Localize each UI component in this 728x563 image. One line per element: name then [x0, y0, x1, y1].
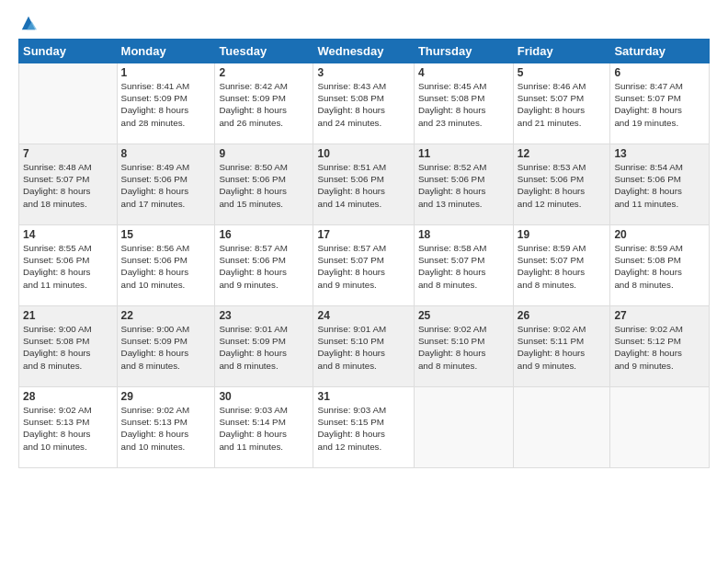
- page: SundayMondayTuesdayWednesdayThursdayFrid…: [0, 0, 728, 563]
- cell-info-text: Sunrise: 8:59 AM Sunset: 5:08 PM Dayligh…: [614, 242, 705, 291]
- logo-text: [18, 15, 37, 31]
- cell-info-text: Sunrise: 8:48 AM Sunset: 5:07 PM Dayligh…: [23, 161, 113, 210]
- cell-date-number: 15: [121, 228, 211, 241]
- cell-info-text: Sunrise: 9:02 AM Sunset: 5:13 PM Dayligh…: [23, 404, 113, 453]
- cell-info-text: Sunrise: 8:57 AM Sunset: 5:06 PM Dayligh…: [219, 242, 309, 291]
- calendar-cell: 12Sunrise: 8:53 AM Sunset: 5:06 PM Dayli…: [513, 144, 610, 225]
- cell-date-number: 8: [121, 147, 211, 160]
- cell-date-number: 26: [518, 309, 607, 322]
- calendar-cell: 29Sunrise: 9:02 AM Sunset: 5:13 PM Dayli…: [117, 387, 215, 468]
- cell-info-text: Sunrise: 8:50 AM Sunset: 5:06 PM Dayligh…: [219, 161, 309, 210]
- calendar-cell: 2Sunrise: 8:42 AM Sunset: 5:09 PM Daylig…: [215, 63, 313, 144]
- weekday-header-saturday: Saturday: [610, 40, 710, 63]
- logo: [18, 15, 37, 28]
- cell-info-text: Sunrise: 8:52 AM Sunset: 5:06 PM Dayligh…: [418, 161, 509, 210]
- calendar-week-3: 14Sunrise: 8:55 AM Sunset: 5:06 PM Dayli…: [19, 225, 710, 306]
- calendar-week-1: 1Sunrise: 8:41 AM Sunset: 5:09 PM Daylig…: [19, 63, 710, 144]
- calendar-cell: 8Sunrise: 8:49 AM Sunset: 5:06 PM Daylig…: [117, 144, 215, 225]
- cell-date-number: 10: [317, 147, 409, 160]
- cell-date-number: 19: [518, 228, 607, 241]
- logo-icon: [20, 15, 37, 31]
- cell-date-number: 9: [219, 147, 309, 160]
- cell-date-number: 21: [23, 309, 113, 322]
- cell-date-number: 27: [614, 309, 705, 322]
- calendar-cell: 20Sunrise: 8:59 AM Sunset: 5:08 PM Dayli…: [610, 225, 710, 306]
- calendar-week-2: 7Sunrise: 8:48 AM Sunset: 5:07 PM Daylig…: [19, 144, 710, 225]
- cell-date-number: 24: [317, 309, 409, 322]
- cell-date-number: 16: [219, 228, 309, 241]
- calendar-cell: 16Sunrise: 8:57 AM Sunset: 5:06 PM Dayli…: [215, 225, 313, 306]
- calendar-cell: 18Sunrise: 8:58 AM Sunset: 5:07 PM Dayli…: [414, 225, 513, 306]
- cell-date-number: 4: [418, 66, 509, 79]
- cell-date-number: 11: [418, 147, 509, 160]
- cell-info-text: Sunrise: 8:51 AM Sunset: 5:06 PM Dayligh…: [317, 161, 409, 210]
- calendar-cell: 7Sunrise: 8:48 AM Sunset: 5:07 PM Daylig…: [19, 144, 118, 225]
- cell-info-text: Sunrise: 8:54 AM Sunset: 5:06 PM Dayligh…: [614, 161, 705, 210]
- cell-info-text: Sunrise: 8:57 AM Sunset: 5:07 PM Dayligh…: [317, 242, 409, 291]
- calendar-cell: 10Sunrise: 8:51 AM Sunset: 5:06 PM Dayli…: [313, 144, 414, 225]
- calendar-cell: 6Sunrise: 8:47 AM Sunset: 5:07 PM Daylig…: [610, 63, 710, 144]
- cell-info-text: Sunrise: 9:02 AM Sunset: 5:13 PM Dayligh…: [121, 404, 211, 453]
- cell-info-text: Sunrise: 9:00 AM Sunset: 5:09 PM Dayligh…: [121, 323, 211, 372]
- calendar-cell: 28Sunrise: 9:02 AM Sunset: 5:13 PM Dayli…: [19, 387, 118, 468]
- cell-date-number: 20: [614, 228, 705, 241]
- cell-info-text: Sunrise: 8:56 AM Sunset: 5:06 PM Dayligh…: [121, 242, 211, 291]
- calendar-cell: 5Sunrise: 8:46 AM Sunset: 5:07 PM Daylig…: [513, 63, 610, 144]
- calendar-cell: [610, 387, 710, 468]
- cell-info-text: Sunrise: 8:43 AM Sunset: 5:08 PM Dayligh…: [317, 80, 409, 129]
- calendar-cell: 25Sunrise: 9:02 AM Sunset: 5:10 PM Dayli…: [414, 306, 513, 387]
- calendar-cell: 21Sunrise: 9:00 AM Sunset: 5:08 PM Dayli…: [19, 306, 118, 387]
- cell-date-number: 1: [121, 66, 211, 79]
- weekday-header-wednesday: Wednesday: [313, 40, 414, 63]
- weekday-header-monday: Monday: [117, 40, 215, 63]
- calendar-cell: 26Sunrise: 9:02 AM Sunset: 5:11 PM Dayli…: [513, 306, 610, 387]
- cell-date-number: 2: [219, 66, 309, 79]
- calendar-week-5: 28Sunrise: 9:02 AM Sunset: 5:13 PM Dayli…: [19, 387, 710, 468]
- weekday-header-thursday: Thursday: [414, 40, 513, 63]
- calendar-cell: 27Sunrise: 9:02 AM Sunset: 5:12 PM Dayli…: [610, 306, 710, 387]
- calendar-cell: 24Sunrise: 9:01 AM Sunset: 5:10 PM Dayli…: [313, 306, 414, 387]
- cell-info-text: Sunrise: 8:47 AM Sunset: 5:07 PM Dayligh…: [614, 80, 705, 129]
- calendar-cell: 30Sunrise: 9:03 AM Sunset: 5:14 PM Dayli…: [215, 387, 313, 468]
- cell-info-text: Sunrise: 9:01 AM Sunset: 5:10 PM Dayligh…: [317, 323, 409, 372]
- calendar-cell: [19, 63, 118, 144]
- calendar-cell: 13Sunrise: 8:54 AM Sunset: 5:06 PM Dayli…: [610, 144, 710, 225]
- cell-info-text: Sunrise: 8:53 AM Sunset: 5:06 PM Dayligh…: [518, 161, 607, 210]
- calendar-cell: 1Sunrise: 8:41 AM Sunset: 5:09 PM Daylig…: [117, 63, 215, 144]
- cell-date-number: 6: [614, 66, 705, 79]
- calendar-cell: 4Sunrise: 8:45 AM Sunset: 5:08 PM Daylig…: [414, 63, 513, 144]
- cell-info-text: Sunrise: 9:01 AM Sunset: 5:09 PM Dayligh…: [219, 323, 309, 372]
- calendar-cell: 19Sunrise: 8:59 AM Sunset: 5:07 PM Dayli…: [513, 225, 610, 306]
- weekday-header-sunday: Sunday: [19, 40, 118, 63]
- header: [18, 15, 710, 28]
- cell-date-number: 22: [121, 309, 211, 322]
- cell-info-text: Sunrise: 8:45 AM Sunset: 5:08 PM Dayligh…: [418, 80, 509, 129]
- cell-info-text: Sunrise: 9:03 AM Sunset: 5:14 PM Dayligh…: [219, 404, 309, 453]
- cell-date-number: 23: [219, 309, 309, 322]
- cell-date-number: 5: [518, 66, 607, 79]
- cell-info-text: Sunrise: 8:55 AM Sunset: 5:06 PM Dayligh…: [23, 242, 113, 291]
- calendar-cell: 3Sunrise: 8:43 AM Sunset: 5:08 PM Daylig…: [313, 63, 414, 144]
- cell-info-text: Sunrise: 8:41 AM Sunset: 5:09 PM Dayligh…: [121, 80, 211, 129]
- calendar-cell: 11Sunrise: 8:52 AM Sunset: 5:06 PM Dayli…: [414, 144, 513, 225]
- cell-info-text: Sunrise: 8:58 AM Sunset: 5:07 PM Dayligh…: [418, 242, 509, 291]
- calendar-cell: 31Sunrise: 9:03 AM Sunset: 5:15 PM Dayli…: [313, 387, 414, 468]
- cell-info-text: Sunrise: 8:46 AM Sunset: 5:07 PM Dayligh…: [518, 80, 607, 129]
- cell-date-number: 14: [23, 228, 113, 241]
- calendar-cell: 22Sunrise: 9:00 AM Sunset: 5:09 PM Dayli…: [117, 306, 215, 387]
- calendar-body: 1Sunrise: 8:41 AM Sunset: 5:09 PM Daylig…: [19, 63, 710, 468]
- cell-info-text: Sunrise: 9:02 AM Sunset: 5:10 PM Dayligh…: [418, 323, 509, 372]
- cell-info-text: Sunrise: 9:02 AM Sunset: 5:11 PM Dayligh…: [518, 323, 607, 372]
- calendar-week-4: 21Sunrise: 9:00 AM Sunset: 5:08 PM Dayli…: [19, 306, 710, 387]
- cell-date-number: 17: [317, 228, 409, 241]
- cell-info-text: Sunrise: 9:03 AM Sunset: 5:15 PM Dayligh…: [317, 404, 409, 453]
- calendar-cell: 17Sunrise: 8:57 AM Sunset: 5:07 PM Dayli…: [313, 225, 414, 306]
- cell-date-number: 28: [23, 390, 113, 403]
- calendar-header-row: SundayMondayTuesdayWednesdayThursdayFrid…: [19, 40, 710, 63]
- weekday-header-friday: Friday: [513, 40, 610, 63]
- cell-date-number: 7: [23, 147, 113, 160]
- cell-date-number: 30: [219, 390, 309, 403]
- cell-date-number: 13: [614, 147, 705, 160]
- cell-date-number: 12: [518, 147, 607, 160]
- cell-date-number: 18: [418, 228, 509, 241]
